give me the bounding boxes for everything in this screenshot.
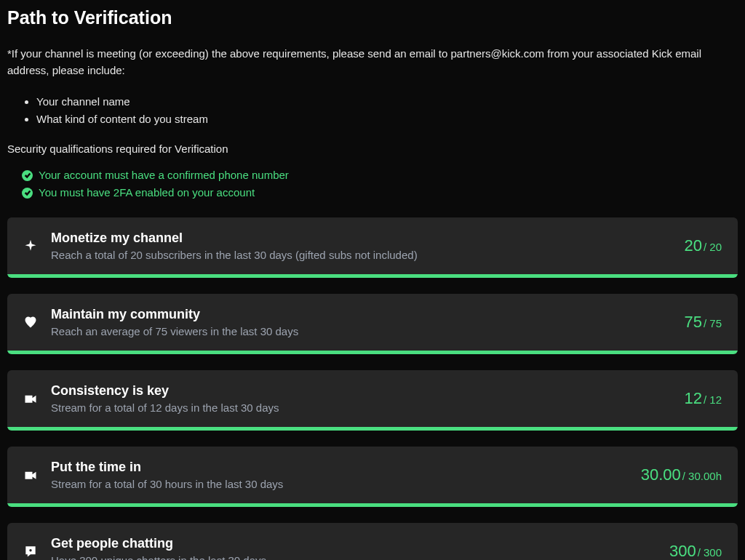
progress-bar: [7, 274, 738, 278]
card-progress: 30.00 / 30.00h: [641, 465, 722, 484]
requirement-card: Maintain my community Reach an average o…: [7, 294, 738, 354]
page-title: Path to Verification: [7, 7, 738, 28]
check-circle-icon: [22, 188, 33, 199]
card-title: Put the time in: [51, 460, 628, 475]
heart-icon: [23, 315, 38, 329]
progress-total: / 75: [704, 317, 722, 329]
security-heading: Security qualifications required for Ver…: [7, 143, 738, 155]
card-description: Have 300 unique chatters in the last 30 …: [51, 554, 656, 560]
security-item: You must have 2FA enabled on your accoun…: [22, 184, 738, 201]
requirement-card: Get people chatting Have 300 unique chat…: [7, 523, 738, 560]
requirement-card: Put the time in Stream for a total of 30…: [7, 447, 738, 507]
intro-text: *If your channel is meeting (or exceedin…: [7, 46, 738, 79]
card-title: Maintain my community: [51, 307, 671, 322]
card-description: Stream for a total of 12 days in the las…: [51, 401, 671, 414]
card-description: Stream for a total of 30 hours in the la…: [51, 478, 628, 490]
camera-icon: [23, 468, 38, 482]
progress-current: 12: [684, 389, 701, 408]
card-progress: 75 / 75: [684, 313, 722, 332]
security-list: Your account must have a confirmed phone…: [7, 167, 738, 201]
card-progress: 12 / 12: [684, 389, 722, 408]
chat-icon: [23, 544, 38, 559]
progress-bar: [7, 427, 738, 431]
progress-total: / 300: [698, 546, 722, 559]
list-item: Your channel name: [36, 93, 738, 111]
progress-current: 75: [684, 313, 701, 332]
progress-total: / 30.00h: [682, 470, 722, 482]
card-title: Get people chatting: [51, 536, 656, 551]
progress-bar: [7, 351, 738, 354]
card-title: Monetize my channel: [51, 231, 671, 246]
security-item-text: Your account must have a confirmed phone…: [39, 167, 289, 184]
list-item: What kind of content do you stream: [36, 111, 738, 128]
security-item: Your account must have a confirmed phone…: [22, 167, 738, 184]
progress-current: 300: [669, 542, 696, 560]
card-description: Reach a total of 20 subscribers in the l…: [51, 249, 671, 261]
progress-bar: [7, 503, 738, 507]
progress-total: / 12: [704, 393, 722, 406]
requirement-card: Consistency is key Stream for a total of…: [7, 370, 738, 431]
camera-icon: [23, 391, 38, 406]
progress-current: 20: [684, 236, 701, 255]
card-title: Consistency is key: [51, 383, 671, 399]
progress-current: 30.00: [641, 465, 681, 484]
card-progress: 300 / 300: [669, 542, 722, 560]
check-circle-icon: [22, 170, 33, 181]
card-progress: 20 / 20: [684, 236, 722, 255]
security-item-text: You must have 2FA enabled on your accoun…: [39, 184, 255, 201]
requirement-card: Monetize my channel Reach a total of 20 …: [7, 217, 738, 278]
progress-total: / 20: [704, 241, 722, 253]
include-list: Your channel name What kind of content d…: [7, 93, 738, 128]
sparkle-icon: [23, 239, 38, 253]
card-description: Reach an average of 75 viewers in the la…: [51, 325, 671, 337]
